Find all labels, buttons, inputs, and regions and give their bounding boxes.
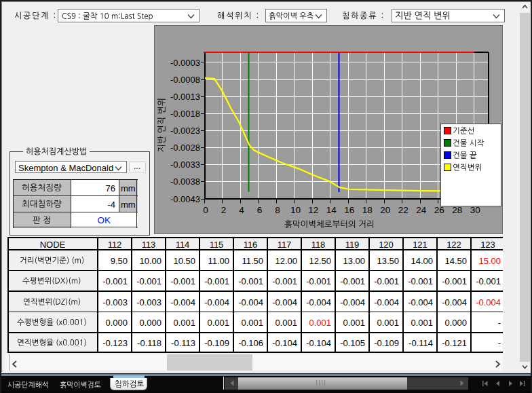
- svg-text:4: 4: [239, 205, 244, 215]
- svg-text:-0.0043: -0.0043: [170, 194, 200, 204]
- svg-text:2: 2: [221, 205, 227, 215]
- svg-text:18: 18: [362, 205, 373, 215]
- svg-text:26: 26: [434, 205, 444, 215]
- svg-text:8: 8: [275, 205, 280, 215]
- svg-text:-0.0013: -0.0013: [170, 92, 200, 102]
- svg-text:16: 16: [344, 205, 354, 215]
- svg-text:24: 24: [416, 205, 427, 215]
- svg-text:14: 14: [326, 205, 337, 215]
- svg-text:0: 0: [203, 205, 208, 215]
- svg-text:-0.0023: -0.0023: [170, 126, 200, 136]
- svg-text:-0.0008: -0.0008: [170, 75, 200, 85]
- svg-text:20: 20: [380, 205, 390, 215]
- svg-text:-0.0003: -0.0003: [170, 58, 200, 68]
- svg-text:-0.0033: -0.0033: [170, 160, 200, 170]
- svg-text:-0.0038: -0.0038: [170, 176, 200, 187]
- svg-text:28: 28: [452, 205, 462, 215]
- svg-text:22: 22: [398, 205, 408, 215]
- svg-text:30: 30: [470, 205, 480, 215]
- svg-text:12: 12: [308, 205, 318, 215]
- svg-text:-0.0018: -0.0018: [170, 109, 200, 119]
- svg-text:-0.0028: -0.0028: [170, 143, 200, 153]
- svg-text:10: 10: [290, 205, 301, 215]
- svg-text:6: 6: [257, 205, 263, 215]
